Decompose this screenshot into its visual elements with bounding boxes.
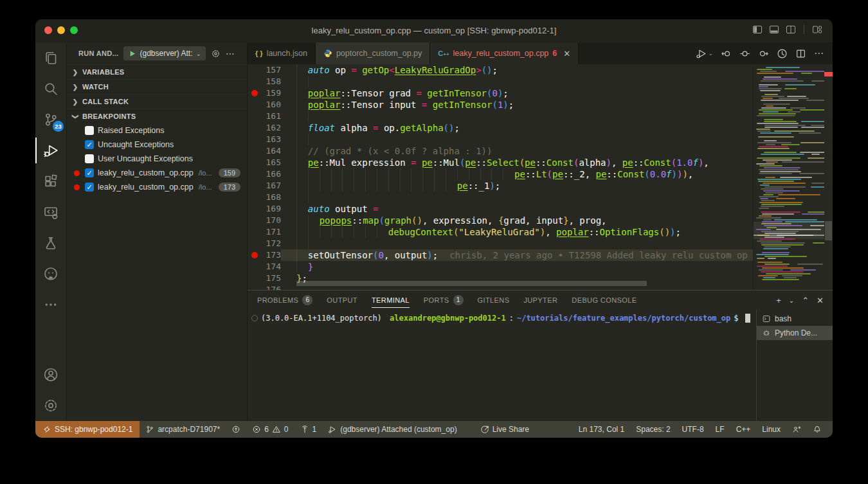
vertical-scrollbar-thumb[interactable] bbox=[825, 221, 832, 240]
notifications-bell[interactable] bbox=[807, 421, 827, 438]
sidebar-more-icon[interactable]: ⋯ bbox=[226, 48, 235, 58]
section-breakpoints[interactable]: ❯BREAKPOINTS bbox=[67, 109, 247, 123]
tab-poptorch_custom_op.py[interactable]: poptorch_custom_op.py bbox=[316, 42, 430, 64]
close-tab-icon[interactable]: ✕ bbox=[563, 49, 570, 58]
more-actions-icon[interactable]: ⋯ bbox=[814, 48, 824, 59]
minimize-window-button[interactable] bbox=[57, 26, 65, 34]
activity-item-source-control[interactable]: 23 bbox=[35, 104, 66, 135]
panel-tab-debug-console[interactable]: DEBUG CONSOLE bbox=[572, 291, 637, 310]
panel-tab-problems[interactable]: PROBLEMS6 bbox=[257, 291, 312, 310]
gutter[interactable] bbox=[248, 99, 262, 111]
activity-item-run-and-debug[interactable] bbox=[35, 135, 66, 166]
gutter[interactable] bbox=[248, 238, 262, 249]
close-window-button[interactable] bbox=[44, 26, 52, 34]
checkbox[interactable]: ✓ bbox=[85, 140, 94, 149]
activity-item-explorer[interactable] bbox=[35, 42, 66, 73]
gutter[interactable] bbox=[248, 134, 262, 145]
split-editor-icon[interactable] bbox=[795, 48, 806, 59]
activity-item-account[interactable] bbox=[35, 359, 66, 390]
debug-settings-gear-icon[interactable] bbox=[211, 49, 221, 58]
gutter[interactable] bbox=[248, 273, 262, 284]
terminal-instance-bash[interactable]: bash bbox=[757, 312, 833, 326]
step-back-icon[interactable] bbox=[721, 48, 732, 59]
gutter[interactable] bbox=[248, 215, 262, 226]
section-call-stack[interactable]: ❯CALL STACK bbox=[67, 94, 247, 109]
panel-tab-jupyter[interactable]: JUPYTER bbox=[523, 291, 557, 310]
code-editor[interactable]: 157auto op = getOp<LeakyReluGradOp>();15… bbox=[248, 64, 833, 291]
activity-item-remote-explorer[interactable] bbox=[35, 197, 66, 228]
terminal-dropdown-icon[interactable]: ⌄ bbox=[789, 297, 794, 304]
gutter[interactable] bbox=[248, 122, 262, 134]
os-status[interactable]: Linux bbox=[756, 421, 786, 438]
gutter[interactable] bbox=[248, 111, 262, 122]
gutter[interactable] bbox=[248, 64, 262, 76]
zoom-window-button[interactable] bbox=[70, 26, 78, 34]
gutter[interactable] bbox=[248, 76, 262, 87]
remote-status[interactable]: SSH: gbnwp-pod012-1 bbox=[35, 421, 140, 438]
section-variables[interactable]: ❯VARIABLES bbox=[67, 64, 247, 79]
panel-tab-gitlens[interactable]: GITLENS bbox=[478, 291, 510, 310]
maximize-panel-icon[interactable]: ⌃ bbox=[802, 296, 809, 305]
breakpoint-row-exception[interactable]: Raised Exceptions bbox=[67, 123, 247, 138]
gutter[interactable] bbox=[248, 203, 262, 215]
close-panel-icon[interactable]: ✕ bbox=[817, 296, 824, 305]
language-status[interactable]: C++ bbox=[730, 421, 757, 438]
breakpoint-row-exception[interactable]: ✓Uncaught Exceptions bbox=[67, 138, 247, 152]
panel-tab-output[interactable]: OUTPUT bbox=[327, 291, 357, 310]
tab-leaky_relu_custom_op.cpp[interactable]: C++leaky_relu_custom_op.cpp6✕ bbox=[430, 42, 579, 64]
start-debug-icon[interactable] bbox=[128, 49, 136, 58]
step-dot-icon[interactable] bbox=[739, 48, 750, 59]
sync-status[interactable] bbox=[226, 421, 246, 438]
tab-launch.json[interactable]: { }launch.json bbox=[248, 42, 316, 64]
activity-item-settings[interactable] bbox=[35, 390, 66, 421]
debug-config-dropdown[interactable]: (gdbserver) Att: ⌄ bbox=[123, 46, 205, 60]
activity-item-more[interactable] bbox=[35, 289, 66, 320]
customize-layout-icon[interactable] bbox=[812, 24, 822, 35]
ports-status[interactable]: 1 bbox=[294, 421, 323, 438]
section-watch[interactable]: ❯WATCH bbox=[67, 79, 247, 94]
debug-status[interactable]: (gdbserver) Attached (custom_op) bbox=[322, 421, 462, 438]
breakpoint-gutter[interactable] bbox=[248, 249, 262, 261]
activity-item-search[interactable] bbox=[35, 73, 66, 104]
gutter[interactable] bbox=[248, 168, 262, 180]
cursor-position-status[interactable]: Ln 173, Col 1 bbox=[573, 421, 630, 438]
terminal-instance-pythonde[interactable]: Python De... bbox=[757, 326, 833, 340]
problems-status[interactable]: 60 bbox=[246, 421, 294, 438]
activity-item-extensions[interactable] bbox=[35, 166, 66, 197]
checkbox[interactable] bbox=[85, 154, 94, 163]
gutter[interactable] bbox=[248, 192, 262, 203]
run-circle-icon[interactable] bbox=[777, 48, 788, 59]
panel-tab-terminal[interactable]: TERMINAL bbox=[372, 291, 410, 310]
toggle-panel-icon[interactable] bbox=[769, 24, 779, 35]
indentation-status[interactable]: Spaces: 2 bbox=[630, 421, 676, 438]
eol-status[interactable]: LF bbox=[710, 421, 730, 438]
encoding-status[interactable]: UTF-8 bbox=[676, 421, 710, 438]
breakpoint-gutter[interactable] bbox=[248, 87, 262, 99]
split-editor-layout-icon[interactable] bbox=[786, 24, 796, 35]
branch-status[interactable]: arcpatch-D71907* bbox=[140, 421, 226, 438]
panel-tab-ports[interactable]: PORTS1 bbox=[424, 291, 464, 310]
new-terminal-icon[interactable]: + bbox=[776, 296, 781, 305]
checkbox[interactable] bbox=[85, 126, 94, 135]
breakpoint-row-file[interactable]: ✓leaky_relu_custom_op.cpp/lo...159 bbox=[67, 166, 247, 180]
activity-item-testing[interactable] bbox=[35, 228, 66, 258]
step-forward-icon[interactable] bbox=[758, 48, 769, 59]
feedback-status[interactable] bbox=[786, 421, 807, 438]
gutter[interactable] bbox=[248, 157, 262, 168]
command-decoration-icon[interactable] bbox=[251, 315, 258, 321]
run-or-debug-icon[interactable]: ⌄ bbox=[696, 48, 713, 59]
gutter[interactable] bbox=[248, 180, 262, 192]
gutter[interactable] bbox=[248, 145, 262, 157]
terminal[interactable]: (3.0.0-EA.1+1104_poptorch) alexandrep@gb… bbox=[248, 310, 756, 421]
toggle-sidebar-icon[interactable] bbox=[752, 24, 763, 35]
breakpoint-row-exception[interactable]: User Uncaught Exceptions bbox=[67, 152, 247, 166]
vertical-scrollbar[interactable] bbox=[824, 64, 833, 291]
live-share-status[interactable]: Live Share bbox=[475, 421, 535, 438]
gutter[interactable] bbox=[248, 261, 262, 273]
checkbox[interactable]: ✓ bbox=[85, 183, 94, 192]
breakpoint-row-file[interactable]: ✓leaky_relu_custom_op.cpp/lo...173 bbox=[67, 180, 247, 194]
activity-item-github[interactable] bbox=[35, 258, 66, 289]
checkbox[interactable]: ✓ bbox=[85, 168, 94, 177]
minimap[interactable] bbox=[753, 64, 824, 291]
horizontal-scrollbar[interactable] bbox=[296, 281, 647, 286]
